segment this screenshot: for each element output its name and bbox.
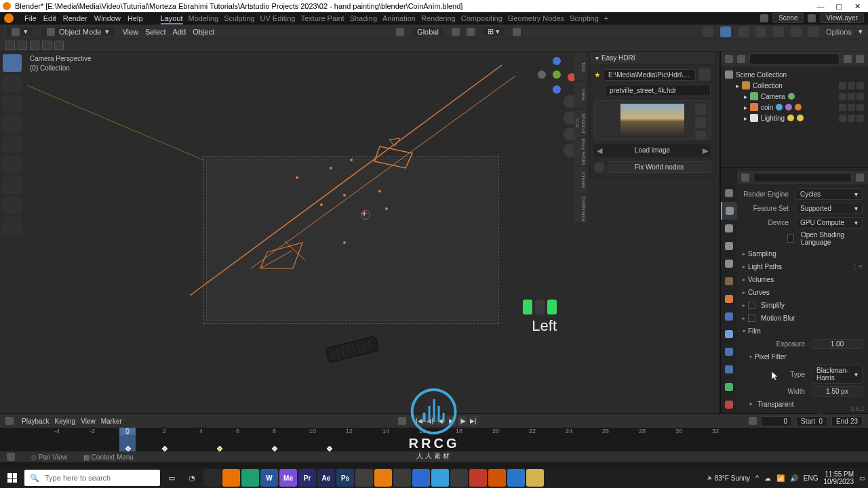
shading-matprev-button[interactable] <box>791 26 802 37</box>
outliner-row-camera[interactable]: ▸Camera <box>725 91 864 102</box>
taskbar-app-7[interactable]: Ps <box>336 469 354 487</box>
prop-tab-tool[interactable] <box>725 189 733 197</box>
device-select[interactable]: GPU Compute▾ <box>795 217 863 228</box>
options-button[interactable]: Options <box>826 28 852 36</box>
section-curves[interactable]: ▸Curves <box>737 286 868 299</box>
workspace-tab-compositing[interactable]: Compositing <box>461 14 502 22</box>
taskbar-app-3[interactable]: W <box>260 469 278 487</box>
tool-select[interactable] <box>3 54 22 72</box>
tray-volume[interactable]: 🔊 <box>790 474 798 482</box>
section-volumes[interactable]: ▸Volumes <box>737 273 868 286</box>
tray-network[interactable]: 📶 <box>776 474 785 482</box>
outliner-row-collection[interactable]: ▸Collection <box>725 80 864 91</box>
section-motion-blur[interactable]: ▸Motion Blur <box>737 312 868 325</box>
n-tab-view[interactable]: View <box>574 81 587 108</box>
taskbar-search[interactable]: 🔍 Type here to search <box>24 470 160 486</box>
taskbar-app-12[interactable] <box>431 469 449 487</box>
browse-path-button[interactable] <box>698 68 711 81</box>
proportional-icon[interactable] <box>513 28 521 36</box>
fix-world-button[interactable]: Fix World nodes <box>608 161 711 173</box>
maximize-button[interactable]: ▢ <box>831 2 847 11</box>
prop-tab-particle[interactable] <box>725 330 733 338</box>
taskbar-app-8[interactable] <box>355 469 373 487</box>
outliner-filter-button[interactable] <box>844 55 852 63</box>
render-engine-select[interactable]: Cycles▾ <box>795 188 863 200</box>
workspace-tab-sculpting[interactable]: Sculpting <box>224 14 254 22</box>
taskbar-app-11[interactable] <box>412 469 430 487</box>
tool-move[interactable] <box>3 95 22 113</box>
section-sampling[interactable]: ▸Sampling <box>737 247 868 260</box>
task-view-button[interactable]: ▭ <box>163 469 180 487</box>
taskbar-app-2[interactable] <box>241 469 259 487</box>
orbit-gizmo[interactable] <box>540 57 573 89</box>
thumb-action-1[interactable] <box>695 104 706 115</box>
section-film[interactable]: ▾Film <box>737 325 868 338</box>
taskbar-app-15[interactable] <box>488 469 506 487</box>
prop-tab-data[interactable] <box>725 383 733 391</box>
prev-key-button[interactable]: ◀| <box>425 416 435 426</box>
jump-end-button[interactable]: ▶| <box>469 416 478 426</box>
properties-editor-icon[interactable] <box>741 174 749 182</box>
timeline-menu-keying[interactable]: Keying <box>55 418 76 425</box>
mode-select[interactable]: Object Mode ▾ <box>41 26 115 37</box>
end-frame-field[interactable]: End23 <box>831 416 863 426</box>
menu-edit[interactable]: Edit <box>43 14 56 22</box>
toolmenu-object[interactable]: Object <box>193 28 214 36</box>
tool-cursor[interactable] <box>3 75 22 92</box>
minimize-button[interactable]: — <box>812 2 829 10</box>
section-light-paths[interactable]: ▸Light Paths⋮≡ <box>737 260 868 273</box>
prop-tab-render[interactable] <box>726 207 734 215</box>
menu-window[interactable]: Window <box>94 14 121 22</box>
tool-rotate[interactable] <box>3 115 22 133</box>
workspace-tab-layout[interactable]: Layout <box>161 14 183 24</box>
close-button[interactable]: ✕ <box>849 2 865 11</box>
workspace-tab-rendering[interactable]: Rendering <box>421 14 456 22</box>
toolmenu-add[interactable]: Add <box>173 28 186 36</box>
properties-search[interactable] <box>753 173 852 182</box>
tool-annotate[interactable] <box>3 176 22 194</box>
timeline-menu-view[interactable]: View <box>81 418 96 425</box>
keyframe-4[interactable] <box>327 446 332 451</box>
prop-tab-material[interactable] <box>725 401 733 409</box>
n-tab-shortcut-vur[interactable]: Shortcut VUr <box>574 110 587 137</box>
feature-set-select[interactable]: Supported▾ <box>795 203 863 214</box>
viewlayer-select[interactable]: ViewLayer <box>820 13 864 23</box>
taskbar-clock[interactable]: 11:55 PM 10/9/2023 <box>824 470 854 485</box>
start-button[interactable] <box>3 468 22 487</box>
rowbtn-1[interactable] <box>5 41 15 50</box>
exposure-value[interactable]: 1.00 <box>812 339 863 349</box>
shading-render-button[interactable] <box>808 26 819 37</box>
thumb-action-3[interactable] <box>695 131 706 140</box>
outliner-row-coin[interactable]: ▸coin <box>725 102 864 113</box>
cortana-button[interactable]: ◔ <box>183 469 201 487</box>
n-tab-cellframe[interactable]: CellFrame <box>574 195 587 222</box>
taskbar-app-17[interactable] <box>526 469 544 487</box>
section-pixel-filter[interactable]: ▾Pixel Filter <box>737 350 868 363</box>
taskbar-app-13[interactable] <box>450 469 468 487</box>
taskbar-app-14[interactable] <box>469 469 487 487</box>
next-hdri-button[interactable]: ▶ <box>700 144 711 157</box>
taskbar-app-5[interactable]: Pr <box>298 469 316 487</box>
keyframe-1[interactable] <box>162 446 167 451</box>
workspace-tab-texture-paint[interactable]: Texture Paint <box>300 14 344 22</box>
favorite-icon[interactable]: ★ <box>594 70 601 79</box>
timeline-track[interactable]: 0 -4-202468101214161820222426283032 <box>0 428 868 451</box>
prop-tab-object[interactable] <box>725 295 733 303</box>
prev-hdri-button[interactable]: ◀ <box>594 144 605 157</box>
autokey-toggle[interactable] <box>398 417 406 425</box>
outliner-display-mode[interactable] <box>737 55 745 63</box>
prop-tab-modifier[interactable] <box>725 312 733 321</box>
tool-measure[interactable] <box>3 197 22 214</box>
taskbar-app-10[interactable] <box>393 469 411 487</box>
outliner-root[interactable]: Scene Collection <box>725 69 864 80</box>
tray-chevron[interactable]: ^ <box>755 474 759 482</box>
taskbar-app-1[interactable] <box>222 469 240 487</box>
outliner-row-lighting[interactable]: ▸Lighting <box>725 113 864 123</box>
workspace-tab-modeling[interactable]: Modeling <box>189 14 219 22</box>
outliner-new-collection[interactable] <box>856 55 864 63</box>
tray-lang[interactable]: ENG <box>804 474 818 482</box>
rowbtn-4[interactable] <box>42 41 52 50</box>
outliner-editor-icon[interactable] <box>725 55 733 63</box>
snap-options[interactable]: ⊞ ▾ <box>481 26 506 37</box>
outliner-search[interactable] <box>749 54 840 64</box>
